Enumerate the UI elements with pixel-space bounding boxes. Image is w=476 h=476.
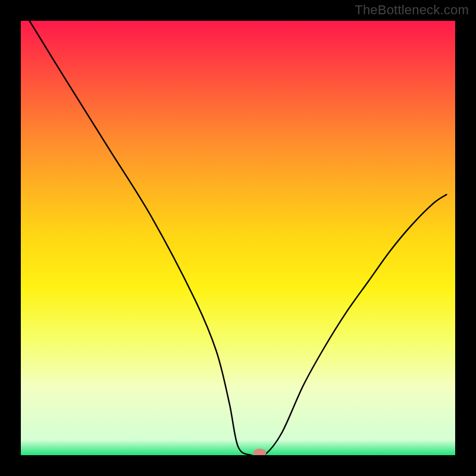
bottleneck-chart: TheBottleneck.com [0, 0, 476, 476]
optimal-marker [253, 449, 267, 457]
gradient-background [21, 21, 455, 455]
chart-svg [0, 0, 476, 476]
watermark-text: TheBottleneck.com [355, 2, 469, 18]
